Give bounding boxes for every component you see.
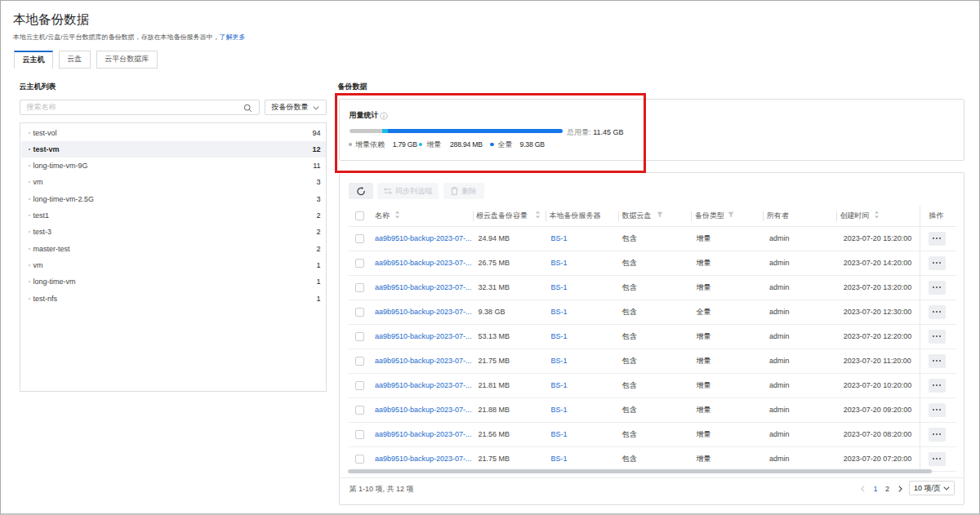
vm-backup-count: 2 bbox=[316, 228, 320, 236]
created-time: 2023-07-20 07:20:00 bbox=[844, 455, 912, 464]
pagination-summary: 第 1-10 项, 共 12 项 bbox=[349, 485, 413, 493]
row-checkbox[interactable] bbox=[355, 283, 364, 292]
sort-icon[interactable] bbox=[394, 211, 400, 220]
row-checkbox[interactable] bbox=[355, 455, 364, 464]
chevron-down-icon bbox=[943, 486, 950, 491]
backup-server-link[interactable]: BS-1 bbox=[551, 259, 568, 267]
owner-value: admin bbox=[769, 455, 790, 464]
backup-name-link[interactable]: aa9b9510-backup-2023-07-... bbox=[375, 430, 472, 438]
vm-list-item[interactable]: long-time-vm-9G11 bbox=[21, 158, 326, 174]
sort-icon[interactable] bbox=[874, 211, 880, 220]
sort-dropdown[interactable]: 按备份数量 bbox=[265, 100, 327, 116]
row-actions-button[interactable] bbox=[929, 232, 946, 246]
tab-cloud-host[interactable]: 云主机 bbox=[14, 51, 53, 69]
select-all-checkbox[interactable] bbox=[355, 211, 364, 220]
refresh-button[interactable] bbox=[349, 183, 372, 199]
vm-backup-count: 2 bbox=[316, 211, 320, 220]
pagination-next[interactable] bbox=[897, 483, 905, 494]
row-checkbox[interactable] bbox=[355, 234, 364, 243]
pagination-page-1[interactable]: 1 bbox=[871, 483, 880, 494]
vm-list-item[interactable]: master-test2 bbox=[21, 241, 326, 257]
row-checkbox[interactable] bbox=[355, 430, 364, 439]
vm-name: test-3 bbox=[33, 228, 52, 236]
vm-list-item[interactable]: long-time-vm1 bbox=[21, 273, 326, 290]
backup-data-title: 备份数据 bbox=[338, 82, 368, 91]
backup-server-link[interactable]: BS-1 bbox=[551, 455, 568, 463]
row-actions-button[interactable] bbox=[929, 256, 946, 270]
row-actions-button[interactable] bbox=[929, 305, 946, 319]
backup-name-link[interactable]: aa9b9510-backup-2023-07-... bbox=[375, 283, 472, 291]
backup-name-link[interactable]: aa9b9510-backup-2023-07-... bbox=[375, 259, 472, 267]
row-actions-button[interactable] bbox=[929, 330, 946, 344]
column-header-size[interactable]: 根云盘备份容量 bbox=[476, 211, 528, 221]
backup-server-link[interactable]: BS-1 bbox=[551, 283, 568, 291]
row-checkbox[interactable] bbox=[355, 308, 364, 317]
sort-dropdown-label: 按备份数量 bbox=[272, 102, 309, 113]
data-volume-value: 包含 bbox=[621, 429, 636, 440]
vm-backup-count: 94 bbox=[312, 129, 320, 137]
page-size-select[interactable]: 10 项/页 bbox=[909, 481, 955, 496]
backup-name-link[interactable]: aa9b9510-backup-2023-07-... bbox=[375, 234, 472, 242]
backup-server-link[interactable]: BS-1 bbox=[551, 381, 568, 389]
table-row: aa9b9510-backup-2023-07-...21.56 MBBS-1包… bbox=[349, 423, 956, 447]
page-subtitle-text: 本地云主机/云盘/云平台数据库的备份数据，存放在本地备份服务器中， bbox=[13, 33, 219, 41]
backup-server-link[interactable]: BS-1 bbox=[551, 234, 568, 242]
column-header-backup-type: 备份类型 bbox=[695, 211, 724, 221]
row-actions-button[interactable] bbox=[929, 281, 946, 295]
column-header-name[interactable]: 名称 bbox=[375, 211, 390, 221]
pagination-prev[interactable] bbox=[858, 483, 866, 494]
sync-icon bbox=[384, 188, 392, 194]
row-checkbox[interactable] bbox=[355, 259, 364, 268]
delete-button[interactable]: 删除 bbox=[443, 183, 485, 199]
row-checkbox[interactable] bbox=[355, 332, 364, 341]
usage-title: 用量统计 bbox=[350, 111, 379, 120]
vm-list-item[interactable]: vm1 bbox=[21, 257, 326, 273]
row-actions-button[interactable] bbox=[929, 428, 946, 442]
learn-more-link[interactable]: 了解更多 bbox=[219, 33, 245, 41]
backup-name-link[interactable]: aa9b9510-backup-2023-07-... bbox=[375, 406, 472, 414]
vm-list-item[interactable]: long-time-vm-2.5G3 bbox=[21, 191, 326, 207]
column-header-created[interactable]: 创建时间 bbox=[840, 211, 869, 221]
sync-to-remote-button[interactable]: 同步到远端 bbox=[377, 183, 439, 199]
vm-list-item[interactable]: test12 bbox=[21, 207, 326, 224]
vm-list-item[interactable]: test-vol94 bbox=[21, 124, 326, 140]
vm-list-item[interactable]: test-nfs1 bbox=[21, 290, 326, 306]
table-row: aa9b9510-backup-2023-07-...26.75 MBBS-1包… bbox=[349, 251, 956, 276]
vm-list-item[interactable]: vm3 bbox=[21, 174, 326, 190]
backup-server-link[interactable]: BS-1 bbox=[551, 357, 568, 365]
filter-icon[interactable] bbox=[657, 211, 663, 220]
row-checkbox[interactable] bbox=[355, 381, 364, 390]
backup-server-link[interactable]: BS-1 bbox=[551, 308, 568, 316]
backup-name-link[interactable]: aa9b9510-backup-2023-07-... bbox=[375, 332, 472, 340]
row-actions-button[interactable] bbox=[929, 379, 946, 393]
backup-name-link[interactable]: aa9b9510-backup-2023-07-... bbox=[375, 308, 472, 316]
sort-icon[interactable] bbox=[535, 211, 541, 220]
tab-platform-database[interactable]: 云平台数据库 bbox=[96, 51, 158, 69]
data-volume-value: 包含 bbox=[621, 331, 636, 342]
backup-name-link[interactable]: aa9b9510-backup-2023-07-... bbox=[375, 357, 472, 365]
row-checkbox[interactable] bbox=[355, 357, 364, 366]
filter-icon[interactable] bbox=[728, 211, 734, 220]
tab-cloud-disk[interactable]: 云盘 bbox=[59, 51, 91, 69]
vm-list-item[interactable]: test-32 bbox=[21, 224, 326, 240]
column-header-owner: 所有者 bbox=[767, 211, 789, 221]
horizontal-scrollbar[interactable] bbox=[348, 469, 932, 473]
row-actions-button[interactable] bbox=[929, 452, 946, 466]
row-actions-button[interactable] bbox=[929, 354, 946, 368]
search-input[interactable]: 搜索名称 bbox=[20, 100, 260, 116]
backup-server-link[interactable]: BS-1 bbox=[551, 430, 568, 438]
backup-server-link[interactable]: BS-1 bbox=[551, 406, 568, 414]
backup-server-link[interactable]: BS-1 bbox=[551, 332, 568, 340]
row-actions-button[interactable] bbox=[929, 403, 946, 417]
vm-backup-count: 1 bbox=[316, 277, 320, 286]
row-checkbox[interactable] bbox=[355, 406, 364, 415]
backup-name-link[interactable]: aa9b9510-backup-2023-07-... bbox=[375, 455, 472, 463]
bullet-icon bbox=[29, 264, 30, 266]
pagination-page-2[interactable]: 2 bbox=[884, 483, 892, 494]
vm-backup-count: 3 bbox=[316, 178, 320, 186]
column-divider bbox=[618, 211, 619, 221]
chevron-right-icon bbox=[898, 486, 902, 492]
backup-size: 21.75 MB bbox=[479, 357, 510, 366]
backup-name-link[interactable]: aa9b9510-backup-2023-07-... bbox=[375, 381, 472, 389]
table-row: aa9b9510-backup-2023-07-...21.88 MBBS-1包… bbox=[349, 398, 956, 423]
